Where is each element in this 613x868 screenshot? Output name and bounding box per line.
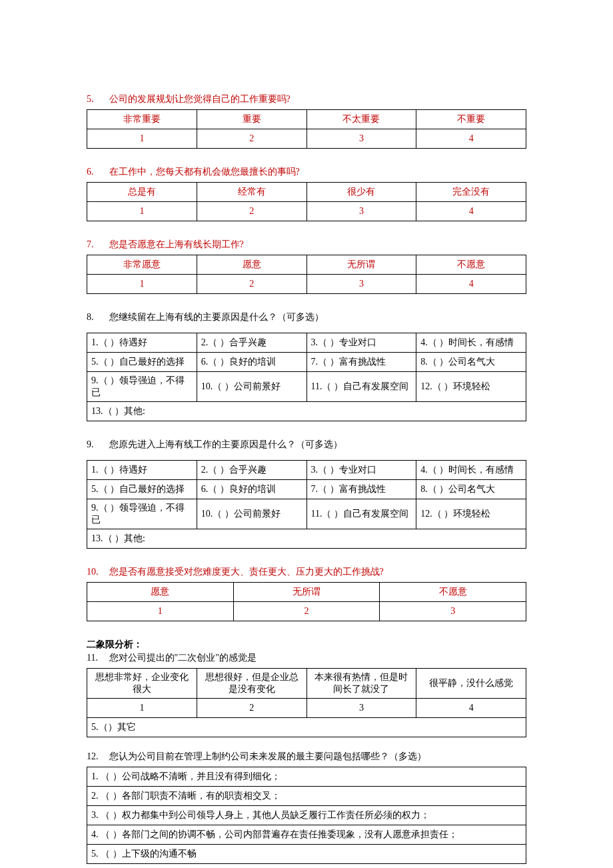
q9-opt-8[interactable]: 8.（ ）公司名气大 bbox=[416, 480, 526, 499]
q12-num: 12. bbox=[87, 751, 107, 762]
q12-text: 您认为公司目前在管理上制约公司未来发展的最主要问题包括哪些？（多选） bbox=[109, 751, 426, 761]
q9-opt-12[interactable]: 12.（ ）环境轻松 bbox=[416, 499, 526, 529]
q8-text: 您继续留在上海有线的主要原因是什么？（可多选） bbox=[109, 312, 324, 322]
question-8: 8. 您继续留在上海有线的主要原因是什么？（可多选） 1.（ ）待遇好 2.（ … bbox=[87, 311, 526, 421]
q7-h3: 不愿意 bbox=[416, 255, 526, 275]
q10-h1: 无所谓 bbox=[233, 583, 380, 602]
q9-opt-9[interactable]: 9.（ ）领导强迫，不得已 bbox=[87, 499, 197, 529]
q5-h3: 不重要 bbox=[416, 110, 526, 129]
q9-opt-6[interactable]: 6.（ ）良好的培训 bbox=[197, 480, 306, 499]
q10-table: 愿意 无所谓 不愿意 1 2 3 bbox=[87, 582, 526, 621]
q12-item-5[interactable]: 5. （ ）上下级的沟通不畅 bbox=[87, 845, 526, 864]
q6-table: 总是有 经常有 很少有 完全没有 1 2 3 4 bbox=[87, 182, 526, 221]
q12-table: 1. （ ）公司战略不清晰，并且没有得到细化； 2. （ ）各部门职责不清晰，有… bbox=[87, 767, 526, 864]
q10-v0[interactable]: 1 bbox=[87, 602, 234, 621]
question-7: 7. 您是否愿意在上海有线长期工作? 非常愿意 愿意 无所谓 不愿意 1 2 3… bbox=[87, 239, 526, 294]
q11-v3[interactable]: 4 bbox=[416, 699, 526, 718]
q10-v2[interactable]: 3 bbox=[380, 602, 526, 621]
question-6: 6. 在工作中，您每天都有机会做您最擅长的事吗? 总是有 经常有 很少有 完全没… bbox=[87, 166, 526, 221]
q5-table: 非常重要 重要 不太重要 不重要 1 2 3 4 bbox=[87, 109, 526, 149]
question-9: 9. 您原先进入上海有线工作的主要原因是什么？（可多选） 1.（ ）待遇好 2.… bbox=[87, 439, 526, 549]
q7-text: 您是否愿意在上海有线长期工作? bbox=[109, 239, 244, 249]
q11-opt-5[interactable]: 5.（）其它 bbox=[87, 718, 526, 737]
q11-text: 您对公司提出的"二次创业"的感觉是 bbox=[109, 653, 257, 663]
q8-opt-6[interactable]: 6.（ ）良好的培训 bbox=[197, 353, 306, 372]
question-11: 11. 您对公司提出的"二次创业"的感觉是 思想非常好，企业变化很大 思想很好，… bbox=[87, 652, 526, 737]
q12-title: 12. 您认为公司目前在管理上制约公司未来发展的最主要问题包括哪些？（多选） bbox=[87, 751, 526, 763]
q9-title: 9. 您原先进入上海有线工作的主要原因是什么？（可多选） bbox=[87, 439, 526, 451]
q9-opt-13[interactable]: 13.（ ）其他: bbox=[87, 529, 526, 549]
q6-h2: 很少有 bbox=[306, 183, 416, 202]
q6-h0: 总是有 bbox=[87, 183, 197, 202]
q12-item-3[interactable]: 3. （ ）权力都集中到公司领导人身上，其他人员缺乏履行工作责任所必须的权力； bbox=[87, 806, 526, 825]
q8-opt-5[interactable]: 5.（ ）自己最好的选择 bbox=[87, 353, 197, 372]
q11-h0: 思想非常好，企业变化很大 bbox=[87, 669, 197, 699]
q9-opt-4[interactable]: 4.（ ）时间长，有感情 bbox=[416, 461, 526, 480]
q5-v3[interactable]: 4 bbox=[416, 129, 526, 149]
q9-text: 您原先进入上海有线工作的主要原因是什么？（可多选） bbox=[109, 439, 342, 449]
q10-v1[interactable]: 2 bbox=[233, 602, 380, 621]
q6-h1: 经常有 bbox=[197, 183, 306, 202]
q9-opt-2[interactable]: 2.（ ）合乎兴趣 bbox=[197, 461, 306, 480]
q7-v1[interactable]: 2 bbox=[197, 275, 306, 294]
q9-opt-11[interactable]: 11.（ ）自己有发展空间 bbox=[306, 499, 416, 529]
q9-opt-5[interactable]: 5.（ ）自己最好的选择 bbox=[87, 480, 197, 499]
q8-opt-11[interactable]: 11.（ ）自己有发展空间 bbox=[306, 372, 416, 402]
q5-v1[interactable]: 2 bbox=[197, 129, 306, 149]
q9-opt-10[interactable]: 10.（ ）公司前景好 bbox=[197, 499, 306, 529]
q6-v2[interactable]: 3 bbox=[306, 202, 416, 221]
survey-page: 5. 公司的发展规划让您觉得自己的工作重要吗? 非常重要 重要 不太重要 不重要… bbox=[0, 0, 613, 868]
q7-table: 非常愿意 愿意 无所谓 不愿意 1 2 3 4 bbox=[87, 255, 526, 294]
q9-opt-7[interactable]: 7.（ ）富有挑战性 bbox=[306, 480, 416, 499]
q8-opt-7[interactable]: 7.（ ）富有挑战性 bbox=[306, 353, 416, 372]
q7-v3[interactable]: 4 bbox=[416, 275, 526, 294]
q6-v0[interactable]: 1 bbox=[87, 202, 197, 221]
q7-h2: 无所谓 bbox=[306, 255, 416, 275]
q11-title: 11. 您对公司提出的"二次创业"的感觉是 bbox=[87, 652, 526, 664]
q12-item-1[interactable]: 1. （ ）公司战略不清晰，并且没有得到细化； bbox=[87, 767, 526, 787]
q7-h1: 愿意 bbox=[197, 255, 306, 275]
q7-v0[interactable]: 1 bbox=[87, 275, 197, 294]
q9-table: 1.（ ）待遇好 2.（ ）合乎兴趣 3.（ ）专业对口 4.（ ）时间长，有感… bbox=[87, 460, 526, 549]
q11-h2: 本来很有热情，但是时间长了就没了 bbox=[306, 669, 416, 699]
q11-table: 思想非常好，企业变化很大 思想很好，但是企业总是没有变化 本来很有热情，但是时间… bbox=[87, 668, 526, 737]
q8-title: 8. 您继续留在上海有线的主要原因是什么？（可多选） bbox=[87, 311, 526, 323]
q12-item-2[interactable]: 2. （ ）各部门职责不清晰，有的职责相交叉； bbox=[87, 787, 526, 806]
q5-v2[interactable]: 3 bbox=[306, 129, 416, 149]
q11-h1: 思想很好，但是企业总是没有变化 bbox=[197, 669, 306, 699]
question-12: 12. 您认为公司目前在管理上制约公司未来发展的最主要问题包括哪些？（多选） 1… bbox=[87, 751, 526, 864]
q11-v0[interactable]: 1 bbox=[87, 699, 197, 718]
q5-num: 5. bbox=[87, 94, 107, 105]
q10-h2: 不愿意 bbox=[380, 583, 526, 602]
q5-text: 公司的发展规划让您觉得自己的工作重要吗? bbox=[109, 94, 291, 104]
q8-num: 8. bbox=[87, 312, 107, 323]
q5-h1: 重要 bbox=[197, 110, 306, 129]
q8-opt-12[interactable]: 12.（ ）环境轻松 bbox=[416, 372, 526, 402]
q5-v0[interactable]: 1 bbox=[87, 129, 197, 149]
q7-v2[interactable]: 3 bbox=[306, 275, 416, 294]
q7-h0: 非常愿意 bbox=[87, 255, 197, 275]
q6-h3: 完全没有 bbox=[416, 183, 526, 202]
q6-v1[interactable]: 2 bbox=[197, 202, 306, 221]
q10-h0: 愿意 bbox=[87, 583, 234, 602]
q8-opt-3[interactable]: 3.（ ）专业对口 bbox=[306, 333, 416, 353]
q9-num: 9. bbox=[87, 439, 107, 450]
q12-item-4[interactable]: 4. （ ）各部门之间的协调不畅，公司内部普遍存在责任推委现象，没有人愿意承担责… bbox=[87, 825, 526, 845]
q6-v3[interactable]: 4 bbox=[416, 202, 526, 221]
q9-opt-1[interactable]: 1.（ ）待遇好 bbox=[87, 461, 197, 480]
q7-title: 7. 您是否愿意在上海有线长期工作? bbox=[87, 239, 526, 251]
q8-opt-2[interactable]: 2.（ ）合乎兴趣 bbox=[197, 333, 306, 353]
q8-opt-9[interactable]: 9.（ ）领导强迫，不得已 bbox=[87, 372, 197, 402]
q11-v1[interactable]: 2 bbox=[197, 699, 306, 718]
question-5: 5. 公司的发展规划让您觉得自己的工作重要吗? 非常重要 重要 不太重要 不重要… bbox=[87, 93, 526, 149]
q8-opt-4[interactable]: 4.（ ）时间长，有感情 bbox=[416, 333, 526, 353]
q8-opt-10[interactable]: 10.（ ）公司前景好 bbox=[197, 372, 306, 402]
q11-v2[interactable]: 3 bbox=[306, 699, 416, 718]
q9-opt-3[interactable]: 3.（ ）专业对口 bbox=[306, 461, 416, 480]
q8-opt-8[interactable]: 8.（ ）公司名气大 bbox=[416, 353, 526, 372]
q8-opt-13[interactable]: 13.（ ）其他: bbox=[87, 402, 526, 421]
q8-opt-1[interactable]: 1.（ ）待遇好 bbox=[87, 333, 197, 353]
q10-num: 10. bbox=[87, 567, 107, 577]
q6-text: 在工作中，您每天都有机会做您最擅长的事吗? bbox=[109, 167, 300, 177]
q11-h3: 很平静，没什么感觉 bbox=[416, 669, 526, 699]
